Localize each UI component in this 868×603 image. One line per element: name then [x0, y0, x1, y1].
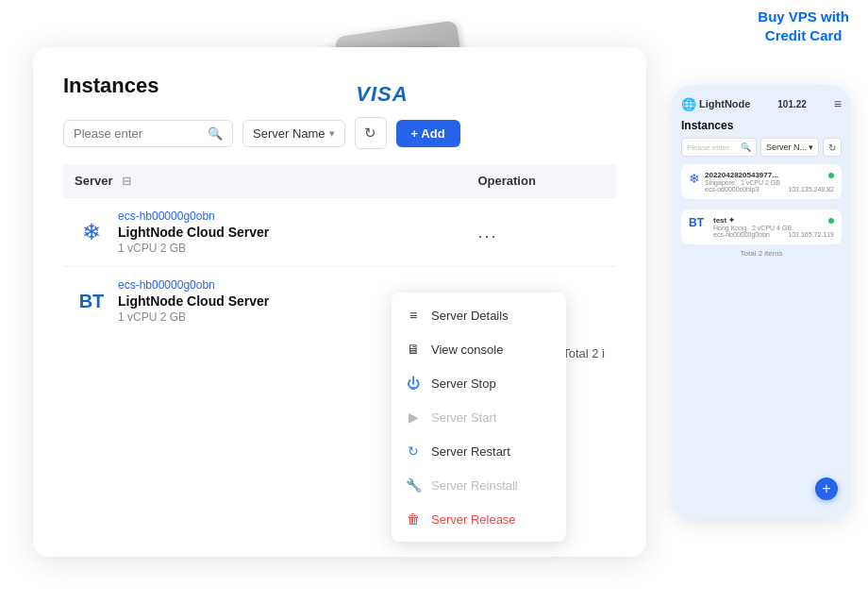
chevron-down-icon: ▾: [329, 127, 335, 140]
table-row: ❄ ecs-hb00000g0obn LightNode Cloud Serve…: [63, 198, 616, 267]
menu-item-server-reinstall: 🔧 Server Reinstall: [392, 468, 566, 502]
server-name-1: LightNode Cloud Server: [118, 225, 269, 240]
search-icon: 🔍: [208, 126, 223, 141]
menu-item-server-restart[interactable]: ↻ Server Restart: [392, 434, 566, 468]
server-cell-1: ❄ ecs-hb00000g0obn LightNode Cloud Serve…: [63, 198, 466, 267]
lightnode-logo-icon: 🌐: [681, 97, 696, 111]
release-icon: 🗑: [405, 511, 422, 528]
mobile-chevron-icon: ▾: [809, 142, 813, 152]
mobile-server-region-2: Hong Kong 2 vCPU 4 GB: [713, 225, 834, 231]
mobile-status-dot-1: [828, 173, 834, 178]
mobile-page-title: Instances: [681, 119, 842, 132]
mobile-filter-select[interactable]: Server N... ▾: [760, 138, 819, 157]
bt-icon: BT: [79, 291, 105, 312]
mobile-specs-2: 2 vCPU 4 GB: [752, 225, 792, 231]
mobile-divider: [681, 204, 842, 205]
mobile-server-id-2: test ✦: [713, 216, 735, 225]
mobile-server-region-1: Singapore 1 vCPU 2 GB: [705, 179, 834, 186]
server-details-icon: ≡: [405, 307, 422, 324]
mobile-server-info-2: test ✦ Hong Kong 2 vCPU 4 GB ecs-hb00000…: [713, 216, 834, 238]
mobile-search-box[interactable]: Please enter 🔍: [681, 138, 757, 157]
menu-item-server-details[interactable]: ≡ Server Details: [392, 298, 566, 332]
mobile-logo: 🌐 LightNode: [681, 97, 750, 111]
server-icon-2: BT: [75, 284, 108, 318]
mobile-ip-1: 103.135.249.82: [788, 186, 834, 193]
mobile-add-button[interactable]: +: [815, 477, 838, 500]
reinstall-icon: 🔧: [405, 477, 422, 494]
server-specs-2: 1 vCPU 2 GB: [118, 310, 269, 324]
server-specs-1: 1 vCPU 2 GB: [118, 242, 269, 255]
menu-item-view-console[interactable]: 🖥 View console: [392, 332, 566, 366]
operation-cell-1: ...: [466, 198, 616, 267]
toolbar: 🔍 Server Name ▾ ↻ + Add: [63, 117, 616, 149]
mobile-header: 🌐 LightNode 101.22 ≡: [681, 96, 842, 111]
snowflake-icon: ❄: [82, 219, 101, 245]
stop-icon: ⏻: [405, 375, 422, 392]
mobile-menu-icon: ≡: [834, 96, 842, 111]
menu-item-server-release[interactable]: 🗑 Server Release: [392, 502, 566, 536]
mobile-server-card-1: ❄ 2022042820543977... Singapore 1 vCPU 2…: [681, 164, 842, 199]
mobile-refresh-button[interactable]: ↻: [823, 138, 842, 157]
mobile-total: Total 2 items: [681, 249, 842, 258]
buy-vps-banner: Buy VPS with Credit Card: [758, 8, 849, 44]
mobile-server-card-2: BT test ✦ Hong Kong 2 vCPU 4 GB ecs-hb00…: [681, 209, 842, 244]
mobile-snowflake-icon: ❄: [689, 171, 700, 186]
mobile-bt-icon: BT: [689, 216, 704, 229]
menu-item-server-stop[interactable]: ⏻ Server Stop: [392, 366, 566, 400]
console-icon: 🖥: [405, 341, 422, 358]
restart-icon: ↻: [405, 443, 422, 460]
start-icon: ▶: [405, 409, 422, 426]
server-name-2: LightNode Cloud Server: [118, 293, 269, 309]
page-title: Instances: [63, 74, 616, 98]
mobile-ecs-1: ecs-od0000c0hIp3: [705, 186, 760, 193]
server-id-link-1[interactable]: ecs-hb00000g0obn: [118, 209, 269, 223]
search-box[interactable]: 🔍: [63, 120, 233, 147]
col-server: Server ⊟: [63, 164, 466, 198]
mobile-balance: 101.22: [777, 99, 807, 109]
mobile-status-dot-2: [828, 218, 834, 224]
server-id-link-2[interactable]: ecs-hb00000g0obn: [118, 278, 269, 292]
mobile-specs-1: 1 vCPU 2 GB: [741, 179, 780, 186]
menu-item-server-start: ▶ Server Start: [392, 400, 566, 434]
mobile-search-icon: 🔍: [741, 142, 751, 152]
ops-menu-button-1[interactable]: ...: [477, 223, 497, 242]
mobile-ip-2: 103.165.72.119: [788, 231, 834, 238]
server-icon-1: ❄: [75, 215, 108, 249]
mobile-server-info-1: 2022042820543977... Singapore 1 vCPU 2 G…: [705, 171, 834, 193]
mobile-search-row: Please enter 🔍 Server N... ▾ ↻: [681, 138, 842, 157]
filter-icon: ⊟: [122, 175, 131, 188]
search-input[interactable]: [74, 126, 202, 141]
visa-logo: VISA: [348, 80, 415, 109]
mobile-server-id-1: 2022042820543977...: [705, 171, 778, 179]
mobile-preview: 🌐 LightNode 101.22 ≡ Instances Please en…: [672, 85, 851, 519]
refresh-button[interactable]: ↻: [355, 117, 387, 149]
mobile-ecs-2: ecs-hb00000g0obn: [713, 231, 770, 238]
col-operation: Operation: [466, 164, 616, 198]
filter-select[interactable]: Server Name ▾: [242, 120, 345, 147]
add-button[interactable]: + Add: [396, 120, 460, 147]
context-menu: ≡ Server Details 🖥 View console ⏻ Server…: [392, 293, 566, 542]
